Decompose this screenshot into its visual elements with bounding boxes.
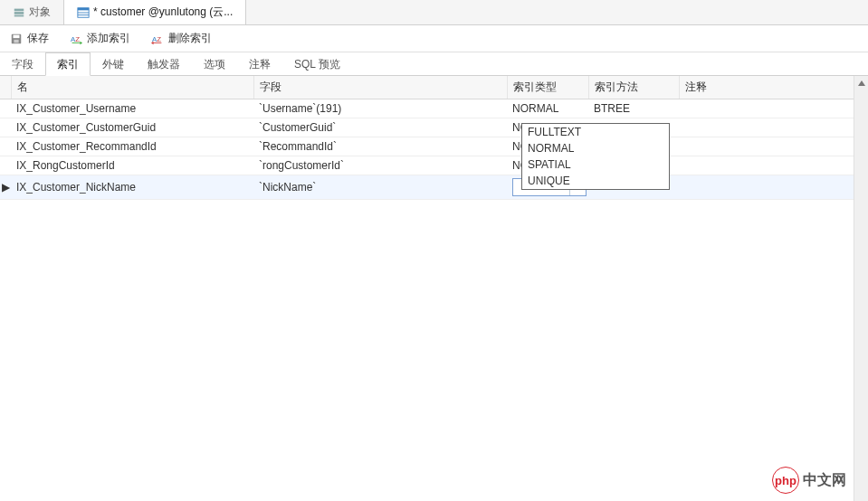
table-icon (77, 6, 90, 19)
row-marker (0, 137, 11, 156)
table-row[interactable]: IX_Customer_CustomerGuid`CustomerGuid`NO… (0, 118, 868, 137)
row-marker (0, 99, 11, 118)
cell-comment[interactable] (679, 175, 868, 200)
index-grid[interactable]: 名 字段 索引类型 索引方法 注释 IX_Customer_Username`U… (0, 76, 868, 200)
tab-label: * customer @yunlutong (云... (93, 5, 233, 20)
svg-rect-0 (14, 8, 24, 11)
cell-field[interactable]: `CustomerGuid` (253, 118, 507, 137)
tab-foreign-keys[interactable]: 外键 (91, 52, 136, 76)
row-marker (0, 156, 11, 175)
svg-marker-13 (80, 41, 82, 44)
header-rowmark (0, 76, 11, 99)
row-marker (0, 118, 11, 137)
cell-field[interactable]: `RecommandId` (253, 137, 507, 156)
svg-rect-2 (14, 14, 24, 16)
cell-comment[interactable] (679, 156, 868, 175)
cell-name[interactable]: IX_Customer_RecommandId (11, 137, 253, 156)
header-type[interactable]: 索引类型 (507, 76, 588, 99)
cell-index-method[interactable]: BTREE (588, 99, 679, 118)
tab-options[interactable]: 选项 (192, 52, 237, 76)
tab-customer-table[interactable]: * customer @yunlutong (云... (64, 0, 246, 24)
option-unique[interactable]: UNIQUE (522, 173, 669, 189)
delete-index-icon: AZ (150, 32, 165, 46)
cell-comment[interactable] (679, 118, 868, 137)
svg-marker-19 (858, 80, 865, 86)
cell-comment[interactable] (679, 99, 868, 118)
cell-name[interactable]: IX_Customer_NickName (11, 175, 253, 200)
option-normal[interactable]: NORMAL (522, 140, 669, 156)
add-index-icon: AZ (69, 32, 83, 46)
table-row[interactable]: ▶IX_Customer_NickName`NickName` (0, 175, 868, 200)
watermark-logo: php (772, 467, 799, 494)
cell-name[interactable]: IX_Customer_CustomerGuid (11, 118, 253, 137)
svg-rect-8 (14, 34, 20, 38)
add-index-button[interactable]: AZ 添加索引 (65, 29, 134, 48)
header-name[interactable]: 名 (11, 76, 253, 99)
header-method[interactable]: 索引方法 (588, 76, 679, 99)
vertical-scrollbar[interactable] (854, 76, 868, 501)
tab-fields[interactable]: 字段 (0, 52, 45, 76)
watermark: php 中文网 (767, 465, 852, 496)
tab-label: 对象 (29, 5, 51, 20)
header-field[interactable]: 字段 (253, 76, 507, 99)
cell-field[interactable]: `NickName` (253, 175, 507, 200)
svg-rect-9 (14, 39, 18, 43)
table-row[interactable]: IX_RongCustomerId`rongCustomerId`NORMALB… (0, 156, 868, 175)
designer-tabs: 字段 索引 外键 触发器 选项 注释 SQL 预览 (0, 52, 868, 76)
svg-rect-4 (78, 7, 89, 10)
grid-header-row: 名 字段 索引类型 索引方法 注释 (0, 76, 868, 99)
toolbar: 保存 AZ 添加索引 AZ 删除索引 (0, 25, 868, 52)
button-label: 添加索引 (87, 31, 130, 46)
cell-name[interactable]: IX_Customer_Username (11, 99, 253, 118)
svg-text:Z: Z (75, 34, 80, 43)
scroll-up-button[interactable] (854, 76, 868, 90)
index-grid-wrap: 名 字段 索引类型 索引方法 注释 IX_Customer_Username`U… (0, 76, 868, 501)
save-icon (9, 32, 24, 46)
tab-sql-preview[interactable]: SQL 预览 (282, 52, 352, 76)
option-spatial[interactable]: SPATIAL (522, 156, 669, 173)
watermark-text: 中文网 (803, 471, 846, 490)
table-row[interactable]: IX_Customer_RecommandId`RecommandId`NORM… (0, 137, 868, 156)
option-fulltext[interactable]: FULLTEXT (522, 124, 669, 140)
tab-triggers[interactable]: 触发器 (136, 52, 192, 76)
cell-comment[interactable] (679, 137, 868, 156)
cell-index-type[interactable]: NORMAL (507, 99, 588, 118)
tab-indexes[interactable]: 索引 (45, 52, 91, 76)
window-tabs: 对象 * customer @yunlutong (云... (0, 0, 868, 25)
svg-rect-1 (14, 12, 24, 14)
header-comment[interactable]: 注释 (679, 76, 868, 99)
index-type-dropdown[interactable]: FULLTEXT NORMAL SPATIAL UNIQUE (521, 123, 670, 190)
tab-objects[interactable]: 对象 (0, 0, 64, 24)
tab-comment[interactable]: 注释 (237, 52, 282, 76)
button-label: 保存 (27, 31, 49, 46)
object-icon (13, 6, 25, 19)
cell-field[interactable]: `Username`(191) (253, 99, 507, 118)
cell-field[interactable]: `rongCustomerId` (253, 156, 507, 175)
delete-index-button[interactable]: AZ 删除索引 (147, 29, 215, 48)
button-label: 删除索引 (168, 31, 212, 46)
svg-text:Z: Z (157, 34, 161, 43)
table-row[interactable]: IX_Customer_Username`Username`(191)NORMA… (0, 99, 868, 118)
row-marker: ▶ (0, 175, 11, 200)
cell-name[interactable]: IX_RongCustomerId (11, 156, 253, 175)
save-button[interactable]: 保存 (5, 29, 52, 48)
